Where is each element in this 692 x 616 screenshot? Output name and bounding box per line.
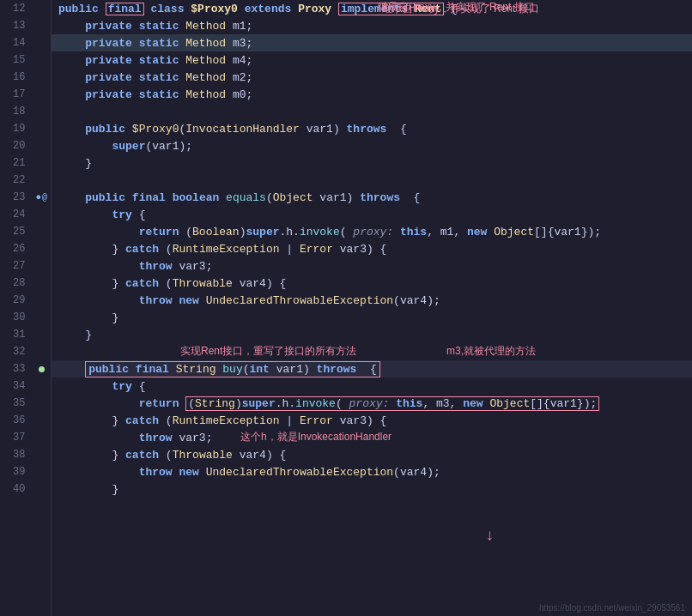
code-line-18: [52, 103, 692, 120]
code-line-32: 实现Rent接口，重写了接口的所有方法 m3,就被代理的方法: [52, 343, 692, 360]
line-gutter: 12 13 14 15 16 17 18 19 20 21 22 23●@ 24…: [0, 0, 52, 616]
code-line-27: throw var3;: [52, 257, 692, 275]
code-line-39: throw new UndeclaredThrowableException(v…: [52, 463, 692, 480]
line-num-14: 14: [0, 37, 32, 49]
code-line-38: } catch (Throwable var4) {: [52, 446, 692, 463]
code-line-19: public $Proxy0(InvocationHandler var1) t…: [52, 120, 692, 137]
code-line-20: super(var1);: [52, 137, 692, 154]
code-line-21: }: [52, 154, 692, 172]
line-num-17: 17: [0, 88, 32, 100]
line-num-22: 22: [0, 174, 32, 186]
line-num-32: 32: [0, 346, 32, 358]
line-num-26: 26: [0, 243, 32, 255]
line-num-36: 36: [0, 414, 32, 426]
code-line-28: } catch (Throwable var4) {: [52, 275, 692, 292]
code-line-33: public final String buy(int var1) throws…: [52, 360, 692, 377]
line-num-19: 19: [0, 123, 32, 135]
line-num-21: 21: [0, 157, 32, 169]
code-line-40: }: [52, 480, 692, 498]
line-num-16: 16: [0, 71, 32, 83]
line-num-37: 37: [0, 432, 32, 444]
code-line-37: throw var3; 这个h，就是InvokecationHandler: [52, 429, 692, 446]
line-num-24: 24: [0, 208, 32, 220]
code-line-25: return (Boolean)super.h.invoke( proxy: t…: [52, 223, 692, 240]
code-line-31: }: [52, 326, 692, 343]
code-line-22: [52, 172, 692, 189]
line-num-20: 20: [0, 140, 32, 152]
code-line-30: }: [52, 309, 692, 326]
line-num-23: 23: [0, 191, 32, 203]
code-line-16: private static Method m2;: [52, 69, 692, 86]
code-line-36: } catch (RuntimeException | Error var3) …: [52, 412, 692, 429]
line-num-13: 13: [0, 20, 32, 32]
code-line-24: try {: [52, 206, 692, 223]
line-num-38: 38: [0, 449, 32, 461]
code-line-14: private static Method m3;: [52, 34, 692, 51]
watermark: https://blog.csdn.net/weixin_29053561: [539, 603, 685, 613]
editor-container: 12 13 14 15 16 17 18 19 20 21 22 23●@ 24…: [0, 0, 692, 616]
line-num-29: 29: [0, 294, 32, 306]
line-num-31: 31: [0, 329, 32, 341]
code-area[interactable]: public final class $Proxy0 extends Proxy…: [52, 0, 692, 616]
line-num-18: 18: [0, 106, 32, 118]
line-num-30: 30: [0, 311, 32, 323]
code-line-29: throw new UndeclaredThrowableException(v…: [52, 292, 692, 309]
line-num-12: 12: [0, 3, 32, 15]
code-line-34: try {: [52, 377, 692, 395]
code-line-13: private static Method m1;: [52, 17, 692, 34]
line-num-34: 34: [0, 380, 32, 392]
code-line-35: return (String)super.h.invoke( proxy: th…: [52, 395, 692, 412]
code-line-15: private static Method m4;: [52, 51, 692, 69]
annotation-line33-m3: m3,就被代理的方法: [446, 344, 536, 359]
line-num-33: 33: [0, 363, 32, 375]
annotation-line38: 这个h，就是InvokecationHandler: [240, 430, 392, 444]
line-num-39: 39: [0, 466, 32, 478]
code-line-23: public final boolean equals(Object var1)…: [52, 189, 692, 206]
line-num-15: 15: [0, 54, 32, 66]
line-num-25: 25: [0, 226, 32, 238]
line-num-27: 27: [0, 260, 32, 272]
line-num-28: 28: [0, 277, 32, 289]
code-line-26: } catch (RuntimeException | Error var3) …: [52, 240, 692, 257]
annotation-line32: 实现Rent接口，重写了接口的所有方法: [180, 344, 356, 359]
arrow-m3: ↑: [485, 528, 495, 545]
line-num-35: 35: [0, 397, 32, 409]
code-line-17: private static Method m0;: [52, 86, 692, 103]
line-num-40: 40: [0, 483, 32, 495]
code-line-12: public final class $Proxy0 extends Proxy…: [52, 0, 692, 17]
